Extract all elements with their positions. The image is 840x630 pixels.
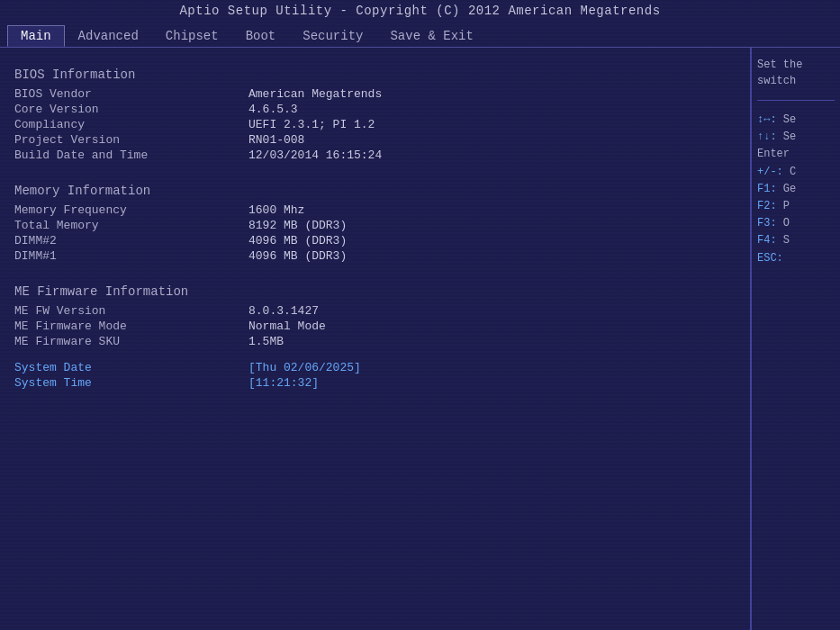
compliancy-row: Compliancy UEFI 2.3.1; PI 1.2 bbox=[14, 118, 736, 131]
tab-boot[interactable]: Boot bbox=[232, 25, 290, 47]
nav-tabs: Main Advanced Chipset Boot Security Save… bbox=[0, 22, 840, 47]
dimm2-value: 4096 MB (DDR3) bbox=[248, 234, 347, 248]
build-date-row: Build Date and Time 12/03/2014 16:15:24 bbox=[14, 148, 736, 162]
key-help: ↕↔: Se ↑↓: Se Enter +/-: C F1: Ge F2: P … bbox=[757, 112, 835, 267]
total-memory-row: Total Memory 8192 MB (DDR3) bbox=[14, 219, 736, 232]
title-text: Aptio Setup Utility - Copyright (C) 2012… bbox=[179, 4, 660, 18]
core-version-label: Core Version bbox=[14, 103, 248, 116]
bios-vendor-row: BIOS Vendor American Megatrends bbox=[14, 87, 736, 101]
right-panel: Set theswitch ↕↔: Se ↑↓: Se Enter +/-: C… bbox=[750, 48, 840, 630]
dimm1-value: 4096 MB (DDR3) bbox=[248, 249, 347, 263]
system-time-row[interactable]: System Time [11:21:32] bbox=[14, 376, 736, 390]
me-fw-sku-value: 1.5MB bbox=[248, 335, 284, 348]
me-fw-version-value: 8.0.3.1427 bbox=[248, 304, 319, 318]
me-fw-mode-label: ME Firmware Mode bbox=[14, 320, 248, 333]
project-version-value: RN01-008 bbox=[248, 133, 304, 147]
system-date-value: [Thu 02/06/2025] bbox=[248, 361, 361, 374]
tab-chipset[interactable]: Chipset bbox=[152, 25, 232, 47]
system-time-value: [11:21:32] bbox=[248, 376, 319, 390]
dimm2-row: DIMM#2 4096 MB (DDR3) bbox=[14, 234, 736, 248]
system-date-row[interactable]: System Date [Thu 02/06/2025] bbox=[14, 361, 736, 374]
memory-freq-label: Memory Frequency bbox=[14, 203, 248, 217]
bios-section-header: BIOS Information bbox=[14, 68, 736, 82]
core-version-row: Core Version 4.6.5.3 bbox=[14, 103, 736, 116]
memory-freq-row: Memory Frequency 1600 Mhz bbox=[14, 203, 736, 217]
core-version-value: 4.6.5.3 bbox=[248, 103, 298, 116]
memory-section-header: Memory Information bbox=[14, 184, 736, 198]
me-fw-mode-row: ME Firmware Mode Normal Mode bbox=[14, 320, 736, 333]
tab-save-exit[interactable]: Save & Exit bbox=[376, 25, 486, 47]
compliancy-value: UEFI 2.3.1; PI 1.2 bbox=[248, 118, 375, 131]
bios-vendor-value: American Megatrends bbox=[248, 87, 382, 101]
me-fw-version-row: ME FW Version 8.0.3.1427 bbox=[14, 304, 736, 318]
memory-freq-value: 1600 Mhz bbox=[248, 203, 304, 217]
total-memory-label: Total Memory bbox=[14, 219, 248, 232]
left-panel: BIOS Information BIOS Vendor American Me… bbox=[0, 48, 750, 630]
tab-advanced[interactable]: Advanced bbox=[65, 25, 152, 47]
build-date-label: Build Date and Time bbox=[14, 148, 248, 162]
me-fw-sku-row: ME Firmware SKU 1.5MB bbox=[14, 335, 736, 348]
bios-screen: Aptio Setup Utility - Copyright (C) 2012… bbox=[0, 0, 840, 630]
title-bar: Aptio Setup Utility - Copyright (C) 2012… bbox=[0, 0, 840, 22]
system-date-label: System Date bbox=[14, 361, 248, 374]
tab-main[interactable]: Main bbox=[7, 25, 65, 47]
me-fw-sku-label: ME Firmware SKU bbox=[14, 335, 248, 348]
dimm2-label: DIMM#2 bbox=[14, 234, 248, 248]
compliancy-label: Compliancy bbox=[14, 118, 248, 131]
project-version-label: Project Version bbox=[14, 133, 248, 147]
total-memory-value: 8192 MB (DDR3) bbox=[248, 219, 347, 232]
main-content: BIOS Information BIOS Vendor American Me… bbox=[0, 47, 840, 630]
dimm1-label: DIMM#1 bbox=[14, 249, 248, 263]
system-time-label: System Time bbox=[14, 376, 248, 390]
me-fw-mode-value: Normal Mode bbox=[248, 320, 326, 333]
dimm1-row: DIMM#1 4096 MB (DDR3) bbox=[14, 249, 736, 263]
help-text: Set theswitch bbox=[757, 57, 835, 89]
me-section-header: ME Firmware Information bbox=[14, 284, 736, 299]
divider bbox=[757, 100, 835, 101]
me-fw-version-label: ME FW Version bbox=[14, 304, 248, 318]
tab-security[interactable]: Security bbox=[289, 25, 376, 47]
build-date-value: 12/03/2014 16:15:24 bbox=[248, 148, 382, 162]
bios-vendor-label: BIOS Vendor bbox=[14, 87, 248, 101]
project-version-row: Project Version RN01-008 bbox=[14, 133, 736, 147]
